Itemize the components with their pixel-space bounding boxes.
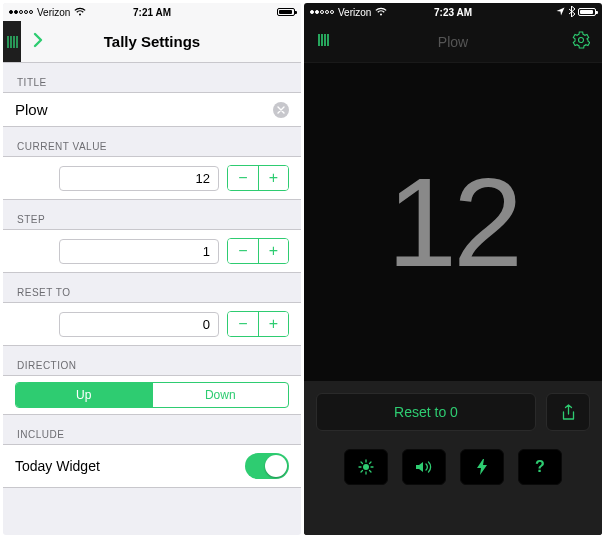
title-row	[3, 92, 301, 127]
share-button[interactable]	[546, 393, 590, 431]
flash-button[interactable]	[460, 449, 504, 485]
settings-body: TITLE CURRENT VALUE − + STEP −	[3, 63, 301, 488]
today-widget-row: Today Widget	[3, 444, 301, 488]
title-input[interactable]	[15, 101, 273, 118]
step-stepper: − +	[227, 238, 289, 264]
clear-title-button[interactable]	[273, 102, 289, 118]
decrement-button[interactable]: −	[228, 239, 258, 263]
clock: 7:21 AM	[133, 7, 171, 18]
reset-to-stepper: − +	[227, 311, 289, 337]
bluetooth-icon	[568, 6, 575, 19]
today-widget-toggle[interactable]	[245, 453, 289, 479]
count-value: 12	[387, 150, 519, 295]
decrement-button[interactable]: −	[228, 312, 258, 336]
reset-to-row: − +	[3, 302, 301, 346]
page-title: Tally Settings	[104, 33, 200, 50]
nav-bar: Tally Settings	[3, 21, 301, 63]
page-title: Plow	[438, 34, 468, 50]
increment-button[interactable]: +	[258, 166, 288, 190]
increment-button[interactable]: +	[258, 312, 288, 336]
decrement-button[interactable]: −	[228, 166, 258, 190]
increment-button[interactable]: +	[258, 239, 288, 263]
gear-icon[interactable]	[572, 31, 590, 53]
location-icon	[556, 7, 565, 18]
battery-icon	[578, 8, 596, 16]
direction-up[interactable]: Up	[16, 383, 152, 407]
current-value-input[interactable]	[59, 166, 219, 191]
tally-icon[interactable]	[316, 32, 332, 52]
wifi-icon	[74, 7, 86, 18]
brightness-button[interactable]	[344, 449, 388, 485]
carrier-label: Verizon	[37, 7, 70, 18]
count-tap-area[interactable]: 12	[304, 63, 602, 381]
step-section-label: STEP	[3, 200, 301, 229]
tally-icon[interactable]	[3, 21, 21, 62]
reset-button[interactable]: Reset to 0	[316, 393, 536, 431]
direction-down[interactable]: Down	[152, 383, 289, 407]
status-bar: Verizon 7:23 AM	[304, 3, 602, 21]
carrier-label: Verizon	[338, 7, 371, 18]
step-input[interactable]	[59, 239, 219, 264]
include-section-label: INCLUDE	[3, 415, 301, 444]
counter-screen: Verizon 7:23 AM Plow	[304, 3, 602, 535]
direction-segmented-control[interactable]: Up Down	[15, 382, 289, 408]
step-row: − +	[3, 229, 301, 273]
reset-to-section-label: RESET TO	[3, 273, 301, 302]
direction-section-label: DIRECTION	[3, 346, 301, 375]
status-bar: Verizon 7:21 AM	[3, 3, 301, 21]
sound-button[interactable]	[402, 449, 446, 485]
current-value-row: − +	[3, 156, 301, 200]
help-button[interactable]: ?	[518, 449, 562, 485]
wifi-icon	[375, 7, 387, 18]
battery-icon	[277, 8, 295, 16]
title-section-label: TITLE	[3, 63, 301, 92]
reset-to-input[interactable]	[59, 312, 219, 337]
current-value-section-label: CURRENT VALUE	[3, 127, 301, 156]
current-value-stepper: − +	[227, 165, 289, 191]
settings-screen: Verizon 7:21 AM Tally Settings TITLE	[3, 3, 301, 535]
nav-bar: Plow	[304, 21, 602, 63]
chevron-right-icon[interactable]	[31, 31, 45, 53]
svg-point-0	[363, 464, 369, 470]
clock: 7:23 AM	[434, 7, 472, 18]
today-widget-label: Today Widget	[15, 458, 100, 474]
toolbar-tray: Reset to 0 ?	[304, 381, 602, 535]
